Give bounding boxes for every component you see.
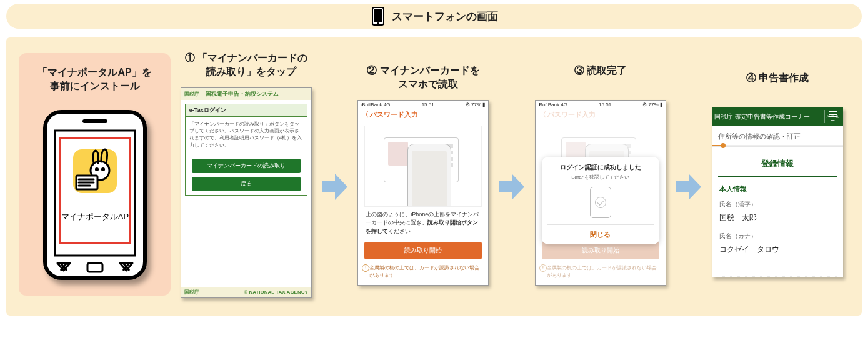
instruction-text: 上の図のように、iPhoneの上部をマイナンバーカードの中央に置き、読み取り開始… — [358, 209, 488, 241]
menu-button[interactable]: メニュー — [824, 110, 841, 123]
step3-title: ③ 読取完了 — [574, 64, 627, 94]
steps-container: 「マイナポータルAP」を 事前にインストール — [6, 37, 862, 316]
field-label: 氏名（カナ） — [719, 232, 836, 241]
svg-point-10 — [96, 169, 97, 171]
read-mynumber-button[interactable]: マイナンバーカードの読み取り — [192, 159, 301, 173]
banner-title: スマートフォンの画面 — [392, 9, 498, 24]
svg-rect-1 — [374, 9, 382, 22]
step-install: 「マイナポータルAP」を 事前にインストール — [19, 53, 171, 296]
field-value: コクゼイ タロウ — [719, 244, 836, 255]
login-card-title: e-Taxログイン — [186, 104, 307, 117]
field-label: 氏名（漢字） — [719, 200, 836, 209]
login-card-body: 「マイナンバーカードの読み取り」ボタンをタップしてください。パスワードの入力画面… — [186, 117, 307, 155]
footer-agency: 国税庁 — [184, 289, 199, 296]
start-reading-button[interactable]: 読み取り開始 — [364, 242, 482, 259]
smartphone-icon — [371, 7, 386, 26]
app-label: マイナポータルAP — [61, 212, 128, 221]
status-time: 15:51 — [422, 102, 434, 107]
step0-title: 「マイナポータルAP」を 事前にインストール — [37, 66, 151, 96]
section-banner: スマートフォンの画面 — [6, 4, 862, 29]
field-value: 国税 太郎 — [719, 212, 836, 223]
modal-close-button[interactable]: 閉じる — [547, 224, 654, 244]
info-block: 本人情報 氏名（漢字） 国税 太郎 氏名（カナ） コクゼイ タロウ — [712, 177, 843, 271]
step2-screenshot: •ıll SoftBank 4G 15:51 ⚙ 77% ▮ 〈 パスワード入力… — [357, 100, 489, 286]
step-3: ③ 読取完了 •ıll SoftBank 4G 15:51 ⚙ 77% ▮ 〈 … — [529, 64, 672, 286]
hamburger-icon — [829, 111, 837, 112]
chevron-left-icon: 〈 — [539, 110, 546, 119]
etax-footer: 国税庁 © NATIONAL TAX AGENCY — [181, 287, 311, 297]
svg-point-11 — [102, 169, 104, 171]
nav-back-label: パスワード入力 — [547, 110, 596, 119]
progress-indicator — [712, 145, 843, 146]
success-modal: ログイン認証に成功しました Safariを確認してください 閉じる — [542, 157, 659, 244]
etax-header: 国税庁 国税電子申告・納税システム — [181, 88, 311, 100]
menu-label: メニュー — [826, 114, 839, 122]
category-label: 本人情報 — [719, 184, 836, 194]
page-subtitle: 住所等の情報の確認・訂正 — [712, 126, 843, 147]
status-carrier: •ıll SoftBank 4G — [539, 102, 567, 107]
status-time: 15:51 — [599, 102, 611, 107]
arrow-icon — [499, 174, 525, 200]
kokuzei-header: 国税庁 確定申告書等作成コーナー メニュー — [712, 107, 843, 126]
nav-back-label: パスワード入力 — [370, 110, 418, 119]
back-button[interactable]: 戻る — [192, 177, 301, 191]
svg-rect-5 — [82, 119, 107, 123]
ios-statusbar: •ıll SoftBank 4G 15:51 ⚙ 77% ▮ — [536, 101, 666, 109]
system-name: 国税電子申告・納税システム — [206, 90, 279, 98]
phone-sketch-illustration: マイナポータルAP — [39, 108, 151, 283]
nav-back: 〈 パスワード入力 — [536, 109, 666, 123]
step-1: ① 「マイナンバーカードの 読み取り」をタップ 国税庁 国税電子申告・納税システ… — [174, 51, 318, 298]
modal-subtitle: Safariを確認してください — [547, 174, 654, 181]
start-reading-button: 読み取り開始 — [542, 242, 659, 259]
step1-title: ① 「マイナンバーカードの 読み取り」をタップ — [185, 51, 307, 81]
status-battery: ⚙ 77% ▮ — [642, 102, 662, 107]
step3-screenshot: •ıll SoftBank 4G 15:51 ⚙ 77% ▮ 〈 パスワード入力… — [535, 100, 666, 286]
arrow-icon — [676, 174, 702, 200]
status-carrier: •ıll SoftBank 4G — [361, 102, 390, 107]
footer-copyright: © NATIONAL TAX AGENCY — [244, 289, 308, 295]
card-phone-illustration — [364, 126, 482, 207]
step-2: ② マイナンバーカードを スマホで読取 •ıll SoftBank 4G 15:… — [351, 64, 495, 286]
step4-screenshot: 国税庁 確定申告書等作成コーナー メニュー 住所等の情報の確認・訂正 登録情報 … — [712, 107, 843, 277]
chevron-left-icon: 〈 — [362, 110, 369, 119]
step2-title: ② マイナンバーカードを スマホで読取 — [367, 64, 479, 94]
warning-note: 金属製の机の上では、カードが認識されない場合があります — [536, 264, 666, 284]
status-battery: ⚙ 77% ▮ — [466, 102, 485, 107]
step1-screenshot: 国税庁 国税電子申告・納税システム e-Taxログイン 「マイナンバーカードの読… — [181, 87, 312, 298]
svg-point-2 — [377, 22, 379, 24]
step-4: ④ 申告書作成 国税庁 確定申告書等作成コーナー メニュー 住所等の情報の確認・… — [706, 71, 849, 277]
agency-label: 国税庁 — [184, 91, 199, 97]
torn-edge-decoration — [718, 271, 837, 277]
arrow-icon — [322, 174, 348, 200]
nav-back[interactable]: 〈 パスワード入力 — [358, 109, 488, 123]
warning-note: 金属製の机の上では、カードが認識されない場合があります — [358, 264, 488, 284]
section-heading: 登録情報 — [718, 147, 837, 177]
ios-statusbar: •ıll SoftBank 4G 15:51 ⚙ 77% ▮ — [358, 101, 488, 109]
modal-title: ログイン認証に成功しました — [547, 163, 654, 172]
phone-check-icon — [590, 187, 611, 218]
header-title: 国税庁 確定申告書等作成コーナー — [714, 112, 810, 121]
step4-title: ④ 申告書作成 — [746, 71, 809, 101]
login-card: e-Taxログイン 「マイナンバーカードの読み取り」ボタンをタップしてください。… — [185, 104, 307, 196]
